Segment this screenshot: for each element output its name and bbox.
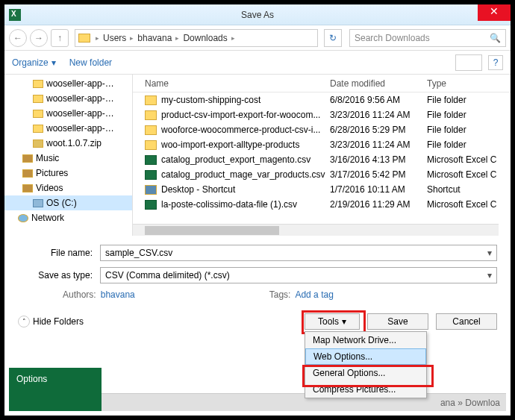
folder-icon <box>33 140 43 148</box>
sidebar-item-label: wooseller-app-… <box>46 93 114 104</box>
sidebar-item-label: OS (C:) <box>46 198 77 208</box>
file-type: Microsoft Excel C <box>427 154 496 165</box>
file-row[interactable]: catalog_product_mage_var_products.csv3/1… <box>133 167 511 182</box>
sidebar-item[interactable]: wooseller-app-… <box>4 121 132 136</box>
sidebar-item[interactable]: Videos <box>4 181 132 195</box>
col-type[interactable]: Type <box>427 78 446 89</box>
file-name-label: File name: <box>18 248 100 258</box>
help-button[interactable]: ? <box>488 55 503 70</box>
file-date: 3/23/2016 11:24 AM <box>330 110 427 120</box>
file-row[interactable]: catalog_product_export_magento.csv3/16/2… <box>133 152 511 167</box>
save-type-select[interactable]: CSV (Comma delimited) (*.csv)▾ <box>100 267 497 283</box>
save-button[interactable]: Save <box>367 313 428 330</box>
folder-icon <box>18 214 28 222</box>
back-button[interactable]: ← <box>9 29 27 47</box>
excel-icon <box>9 9 21 21</box>
search-placeholder: Search Downloads <box>355 33 430 43</box>
sidebar-item[interactable]: wooseller-app-… <box>4 106 132 121</box>
breadcrumb-seg[interactable]: bhavana <box>136 33 173 43</box>
breadcrumb-seg[interactable]: Downloads <box>181 33 228 43</box>
sidebar-item-label: wooseller-app-… <box>46 108 114 119</box>
file-list-header[interactable]: Name Date modified Type <box>133 75 511 93</box>
sidebar-item[interactable]: woot.1.0.7.zip <box>4 136 132 151</box>
file-type: File folder <box>427 125 466 135</box>
menu-compress-pictures[interactable]: Compress Pictures... <box>305 381 426 398</box>
sidebar-item[interactable]: wooseller-app-… <box>4 76 132 91</box>
sidebar: wooseller-app-…wooseller-app-…wooseller-… <box>4 75 133 236</box>
sidebar-item[interactable]: Pictures <box>4 166 132 181</box>
file-row[interactable]: woo-import-export-alltype-products3/23/2… <box>133 137 511 152</box>
up-button[interactable]: ↑ <box>51 29 69 47</box>
file-icon <box>145 155 157 165</box>
file-name: woo-import-export-alltype-products <box>161 140 330 150</box>
file-name: catalog_product_mage_var_products.csv <box>161 169 330 180</box>
file-name: la-poste-colissimo-data-file (1).csv <box>161 199 330 210</box>
file-type: File folder <box>427 140 466 150</box>
file-type: Microsoft Excel C <box>427 199 496 210</box>
save-type-label: Save as type: <box>18 270 100 280</box>
file-row[interactable]: my-custom-shipping-cost6/8/2016 9:56 AMF… <box>133 93 511 107</box>
hide-folders-button[interactable]: ˄ Hide Folders <box>18 316 84 327</box>
tags-value[interactable]: Add a tag <box>295 289 333 300</box>
organize-button[interactable]: Organize▾ <box>12 57 56 68</box>
breadcrumb[interactable]: ▸ Users ▸ bhavana ▸ Downloads ▸ <box>75 29 318 47</box>
new-folder-button[interactable]: New folder <box>69 57 112 68</box>
col-date[interactable]: Date modified <box>330 78 427 89</box>
file-date: 6/8/2016 9:56 AM <box>330 95 427 105</box>
horizontal-scrollbar[interactable] <box>133 224 499 236</box>
tools-button[interactable]: Tools▾ <box>305 313 360 330</box>
sidebar-item-label: Pictures <box>36 168 68 178</box>
file-date: 3/23/2016 11:24 AM <box>330 140 427 150</box>
file-type: Microsoft Excel C <box>427 169 496 180</box>
file-row[interactable]: la-poste-colissimo-data-file (1).csv2/19… <box>133 197 511 212</box>
title-bar: Save As ✕ <box>4 4 511 25</box>
file-name-input[interactable]: sample_CSV.csv▾ <box>100 245 497 261</box>
authors-value[interactable]: bhavana <box>101 289 135 300</box>
sidebar-item[interactable]: Music <box>4 151 132 166</box>
sidebar-item[interactable]: Network <box>4 210 132 225</box>
folder-icon <box>22 154 33 163</box>
menu-map-network-drive[interactable]: Map Network Drive... <box>305 332 426 348</box>
file-icon <box>145 110 157 120</box>
folder-icon <box>22 169 33 178</box>
folder-icon <box>33 125 43 133</box>
file-type: File folder <box>427 95 466 105</box>
file-row[interactable]: Desktop - Shortcut1/7/2016 10:11 AMShort… <box>133 182 511 197</box>
tags-label: Tags: <box>269 289 291 300</box>
folder-icon <box>78 34 90 43</box>
file-row[interactable]: wooforce-woocommerce-product-csv-i...6/2… <box>133 122 511 137</box>
menu-web-options[interactable]: Web Options... <box>305 348 426 365</box>
file-icon <box>145 170 157 180</box>
file-name: wooforce-woocommerce-product-csv-i... <box>161 125 330 135</box>
sidebar-item[interactable]: wooseller-app-… <box>4 91 132 106</box>
folder-icon <box>22 184 33 192</box>
file-date: 6/28/2016 5:29 PM <box>330 125 427 135</box>
col-name[interactable]: Name <box>145 78 330 89</box>
sidebar-item-label: Videos <box>36 183 63 193</box>
search-icon: 🔍 <box>490 33 501 43</box>
breadcrumb-seg[interactable]: Users <box>102 33 128 43</box>
file-row[interactable]: product-csv-import-export-for-woocom...3… <box>133 107 511 122</box>
status-trail: ana » Downloa <box>102 393 506 411</box>
file-date: 3/16/2016 4:13 PM <box>330 154 427 165</box>
chevron-up-icon: ˄ <box>18 316 30 327</box>
sidebar-item-label: wooseller-app-… <box>46 78 114 89</box>
search-input[interactable]: Search Downloads 🔍 <box>349 29 506 47</box>
dialog-title: Save As <box>241 10 274 20</box>
refresh-button[interactable]: ↻ <box>324 29 342 47</box>
menu-general-options[interactable]: General Options... <box>305 365 426 381</box>
sidebar-item-label: Music <box>36 153 59 163</box>
file-icon <box>145 200 157 210</box>
file-icon <box>145 95 157 105</box>
file-date: 3/17/2016 5:42 PM <box>330 169 427 180</box>
file-name: product-csv-import-export-for-woocom... <box>161 110 330 120</box>
file-type: Shortcut <box>427 184 461 195</box>
folder-icon <box>33 80 43 88</box>
file-name: my-custom-shipping-cost <box>161 95 330 105</box>
toolbar: Organize▾ New folder ? <box>4 51 511 75</box>
file-name: Desktop - Shortcut <box>161 184 330 195</box>
view-button[interactable] <box>455 54 482 71</box>
cancel-button[interactable]: Cancel <box>436 313 497 330</box>
sidebar-item[interactable]: OS (C:) <box>4 195 132 210</box>
close-button[interactable]: ✕ <box>478 4 511 21</box>
